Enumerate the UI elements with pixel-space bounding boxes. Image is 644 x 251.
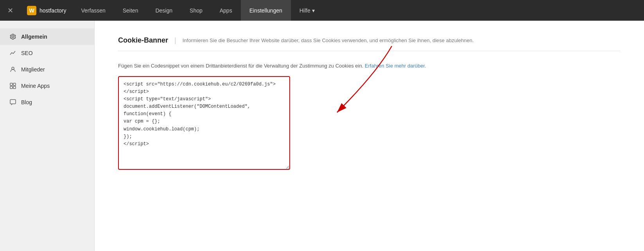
nav-design[interactable]: Design	[147, 0, 181, 21]
apps-icon	[9, 82, 16, 89]
top-navigation: ✕ W hostfactory Verfassen Seiten Design …	[0, 0, 644, 21]
logo-icon: W	[27, 6, 36, 15]
svg-rect-1	[10, 83, 13, 85]
gear-icon	[9, 33, 16, 40]
svg-rect-2	[13, 83, 16, 85]
sidebar-item-seo[interactable]: SEO	[0, 45, 94, 61]
nav-verfassen[interactable]: Verfassen	[72, 0, 114, 21]
page-title: Cookie-Banner	[118, 36, 168, 45]
site-name: hostfactory	[39, 7, 66, 14]
sidebar: Allgemein SEO Mitglieder	[0, 21, 95, 251]
sidebar-item-mitglieder[interactable]: Mitglieder	[0, 61, 94, 78]
nav-hilfe[interactable]: Hilfe ▾	[291, 0, 323, 21]
page-description: Informieren Sie die Besucher Ihrer Websi…	[183, 37, 621, 43]
sidebar-label-allgemein: Allgemein	[21, 34, 47, 40]
close-button[interactable]: ✕	[0, 0, 21, 21]
comment-icon	[9, 99, 16, 106]
svg-rect-5	[10, 100, 16, 104]
nav-seiten[interactable]: Seiten	[114, 0, 147, 21]
svg-rect-3	[10, 86, 13, 89]
info-link[interactable]: Erfahren Sie mehr darüber.	[365, 63, 426, 69]
code-area-container	[118, 76, 290, 171]
chart-icon	[9, 50, 16, 57]
sidebar-item-meine-apps[interactable]: Meine Apps	[0, 78, 94, 94]
nav-items: Verfassen Seiten Design Shop Apps Einste…	[72, 0, 644, 21]
svg-point-0	[12, 67, 14, 69]
nav-apps[interactable]: Apps	[211, 0, 241, 21]
site-logo[interactable]: W hostfactory	[21, 6, 72, 15]
main-wrapper: Allgemein SEO Mitglieder	[0, 21, 644, 251]
annotation-arrow	[282, 42, 407, 132]
svg-rect-4	[13, 86, 16, 89]
nav-shop[interactable]: Shop	[181, 0, 211, 21]
sidebar-label-seo: SEO	[21, 50, 33, 56]
header-divider: |	[174, 36, 176, 45]
sidebar-label-blog: Blog	[21, 99, 32, 105]
nav-einstellungen[interactable]: Einstellungen	[241, 0, 291, 21]
sidebar-item-blog[interactable]: Blog	[0, 94, 94, 110]
sidebar-label-mitglieder: Mitglieder	[21, 66, 45, 73]
page-header: Cookie-Banner | Informieren Sie die Besu…	[118, 36, 621, 51]
code-snippet-input[interactable]	[118, 76, 290, 170]
person-icon	[9, 66, 16, 73]
info-text: Fügen Sie ein Codesnippet von einem Drit…	[118, 62, 621, 70]
sidebar-label-meine-apps: Meine Apps	[21, 83, 50, 89]
main-content: Cookie-Banner | Informieren Sie die Besu…	[95, 21, 644, 251]
close-icon: ✕	[7, 6, 13, 15]
sidebar-item-allgemein[interactable]: Allgemein	[0, 28, 94, 45]
